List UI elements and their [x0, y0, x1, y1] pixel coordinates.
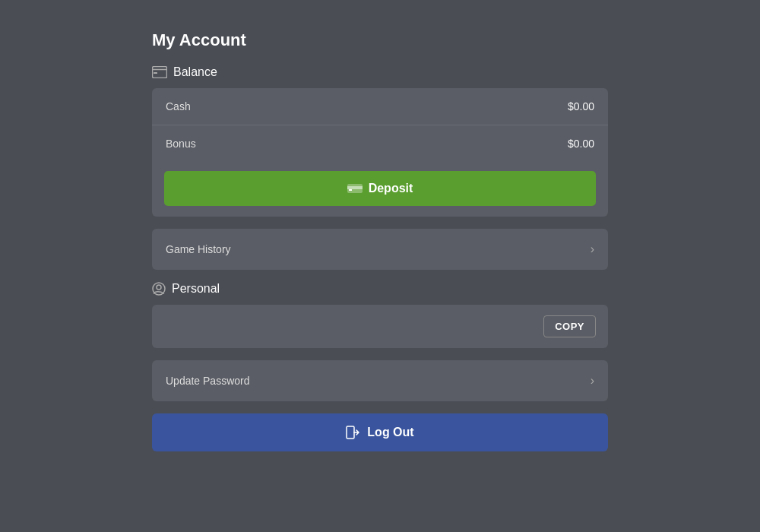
balance-section-header: Balance [152, 65, 608, 79]
user-circle-icon [152, 282, 166, 296]
logout-button[interactable]: Log Out [152, 413, 608, 451]
bonus-value: $0.00 [568, 138, 594, 150]
update-password-row[interactable]: Update Password › [152, 360, 608, 401]
cash-label: Cash [166, 100, 191, 112]
bonus-label: Bonus [166, 138, 196, 150]
update-password-chevron-icon: › [591, 374, 594, 388]
account-page: My Account Balance Cash $0.00 Bonus $0.0… [152, 15, 608, 467]
balance-card: Cash $0.00 Bonus $0.00 Deposit [152, 88, 608, 217]
personal-section-header: Personal [152, 282, 608, 296]
svg-point-7 [157, 285, 161, 290]
page-title: My Account [152, 30, 608, 50]
game-history-chevron-icon: › [591, 242, 594, 256]
svg-rect-8 [347, 426, 354, 439]
game-history-label: Game History [166, 243, 231, 255]
copy-button[interactable]: COPY [543, 315, 596, 337]
deposit-button-label: Deposit [369, 182, 413, 195]
copy-field-container: COPY [152, 305, 608, 348]
cash-value: $0.00 [568, 100, 594, 112]
balance-section-label: Balance [173, 65, 217, 79]
game-history-row[interactable]: Game History › [152, 229, 608, 270]
update-password-label: Update Password [166, 375, 250, 387]
svg-rect-4 [347, 186, 363, 189]
logout-button-label: Log Out [367, 426, 413, 439]
bonus-row: Bonus $0.00 [152, 125, 608, 162]
svg-rect-2 [154, 72, 157, 74]
svg-rect-5 [349, 189, 352, 191]
personal-section-label: Personal [172, 282, 220, 296]
deposit-button[interactable]: Deposit [164, 171, 596, 206]
cash-row: Cash $0.00 [152, 88, 608, 125]
credit-card-icon [152, 66, 167, 78]
